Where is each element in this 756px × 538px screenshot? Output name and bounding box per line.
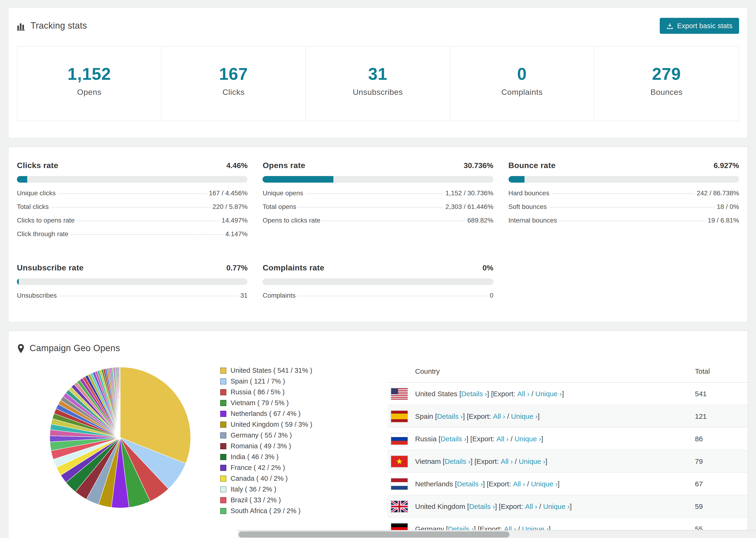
dotted-leader (71, 234, 223, 235)
stat-name: Total opens (263, 203, 296, 210)
legend-label: Netherlands ( 67 / 4% ) (231, 410, 300, 417)
export-all-link[interactable]: All › (501, 457, 513, 465)
export-basic-stats-button[interactable]: Export basic stats (660, 18, 739, 34)
details-link[interactable]: Details › (445, 457, 470, 465)
rate-stat-row: Clicks to opens rate14.497% (17, 216, 248, 230)
link-separator: / (505, 412, 511, 420)
rate-stat-row: Unique opens1,152 / 30.736% (263, 189, 494, 203)
link-separator: / (529, 390, 535, 398)
link-separator: [ (458, 390, 461, 398)
nl-flag-icon (391, 478, 407, 489)
country-name: United States (415, 390, 458, 398)
rate-panel-complaints: Complaints rate0%Complaints0 (263, 263, 494, 305)
rate-title: Complaints rate (263, 263, 324, 273)
legend-color-swatch (220, 443, 226, 449)
export-unique-link[interactable]: Unique › (519, 457, 545, 465)
stat-box-unsubscribes: 31Unsubscribes (306, 46, 450, 121)
es-flag-icon (391, 410, 407, 422)
location-pin-icon (17, 344, 25, 353)
link-separator: ] [Export: (487, 390, 517, 398)
details-link[interactable]: Details › (457, 480, 483, 488)
stat-name: Click through rate (17, 230, 68, 238)
progress-bar (17, 278, 248, 285)
geo-header: Campaign Geo Opens (9, 331, 747, 358)
legend-color-swatch (220, 410, 226, 417)
rate-stat-row: Internal bounces19 / 6.81% (508, 216, 739, 230)
legend-item: Canada ( 40 / 2% ) (220, 475, 387, 482)
legend-item: France ( 42 / 2% ) (220, 464, 387, 471)
stat-name: Opens to clicks rate (263, 216, 320, 224)
details-link[interactable]: Details › (461, 390, 487, 398)
rate-value: 6.927% (714, 161, 739, 170)
stat-value: 1,152 (17, 64, 161, 84)
country-name: Russia (415, 435, 437, 443)
legend-label: France ( 42 / 2% ) (231, 464, 285, 471)
stat-name: Soft bounces (508, 203, 547, 210)
export-unique-link[interactable]: Unique › (511, 412, 538, 420)
progress-bar-fill (508, 176, 524, 183)
rate-stat-row: Total opens2,303 / 61.446% (263, 203, 494, 216)
country-name: Netherlands (415, 480, 453, 488)
link-separator: ] [Export: (483, 480, 513, 488)
legend-color-swatch (220, 486, 226, 492)
stat-box-clicks: 167Clicks (162, 46, 306, 121)
rate-title: Bounce rate (508, 161, 556, 170)
export-unique-link[interactable]: Unique › (535, 390, 562, 398)
legend-item: Spain ( 121 / 7% ) (220, 377, 387, 385)
dotted-leader (58, 193, 207, 194)
link-separator: [ (433, 412, 437, 420)
link-separator: ] (570, 502, 572, 510)
export-unique-link[interactable]: Unique › (531, 480, 558, 488)
stat-label: Complaints (450, 88, 594, 97)
stat-value: 2,303 / 61.446% (445, 203, 493, 210)
link-separator: / (509, 435, 514, 443)
link-separator: ] [Export: (463, 412, 493, 420)
rate-rows: Hard bounces242 / 86.738%Soft bounces18 … (508, 189, 739, 230)
dotted-leader (51, 207, 210, 207)
rate-rows: Unique clicks167 / 4.456%Total clicks220… (17, 189, 248, 243)
rate-stat-row: Click through rate4.147% (17, 230, 248, 243)
rate-value: 0.77% (226, 264, 248, 272)
link-separator: ] (562, 390, 564, 398)
scrollbar-thumb[interactable] (239, 531, 510, 538)
stat-box-opens: 1,152Opens (17, 46, 162, 121)
geo-pie-chart (47, 365, 193, 510)
legend-label: Germany ( 55 / 3% ) (231, 431, 292, 439)
details-link[interactable]: Details › (441, 435, 466, 443)
rate-title: Unsubscribe rate (17, 263, 83, 273)
link-separator: [ (437, 435, 441, 443)
geo-table-row: Netherlands [Details ›] [Export: All › /… (387, 473, 747, 495)
link-separator: / (537, 502, 543, 510)
export-unique-link[interactable]: Unique › (514, 435, 541, 443)
geo-table: Country Total United States [Details ›] … (387, 360, 747, 538)
details-link[interactable]: Details › (437, 412, 463, 420)
horizontal-scrollbar[interactable] (238, 530, 756, 538)
rate-rows: Unsubscribes31 (17, 292, 248, 305)
export-unique-link[interactable]: Unique › (543, 502, 569, 510)
details-link[interactable]: Details › (469, 502, 495, 510)
link-separator: / (513, 457, 519, 465)
export-all-link[interactable]: All › (497, 435, 509, 443)
stat-label: Bounces (594, 88, 739, 97)
export-all-link[interactable]: All › (525, 502, 537, 510)
rate-value: 30.736% (464, 161, 493, 170)
progress-bar-fill (17, 278, 19, 285)
stat-value: 4.147% (225, 230, 248, 238)
export-all-link[interactable]: All › (493, 412, 505, 420)
legend-label: Vietnam ( 79 / 5% ) (231, 399, 289, 406)
export-all-link[interactable]: All › (517, 390, 529, 398)
tracking-stats-header: Tracking stats Export basic stats (9, 8, 747, 42)
country-cell: Spain [Details ›] [Export: All › / Uniqu… (387, 410, 695, 422)
geo-table-header: Country Total (387, 360, 747, 383)
stat-label: Clicks (162, 88, 305, 97)
link-separator: ] (538, 412, 540, 420)
rate-value: 4.46% (226, 161, 248, 170)
stat-value: 242 / 86.738% (697, 189, 739, 197)
dotted-leader (552, 193, 694, 194)
total-cell: 86 (695, 435, 747, 443)
progress-bar (263, 176, 494, 183)
legend-label: Russia ( 86 / 5% ) (231, 388, 285, 396)
rate-panel-clicks: Clicks rate4.46%Unique clicks167 / 4.456… (17, 161, 248, 243)
legend-item: India ( 46 / 3% ) (220, 453, 387, 460)
export-all-link[interactable]: All › (513, 480, 525, 488)
